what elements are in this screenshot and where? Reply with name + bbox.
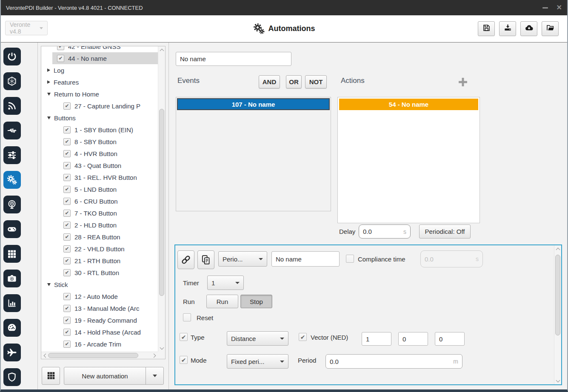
expand-arrow-icon[interactable] xyxy=(47,80,50,84)
new-automation-dropdown-button[interactable] xyxy=(146,367,164,385)
vector-ned-input-1[interactable] xyxy=(398,332,428,346)
tree-item[interactable]: ✔5 - LND Button xyxy=(41,183,158,195)
action-name-input[interactable] xyxy=(271,251,340,267)
stop-button[interactable]: Stop xyxy=(240,295,272,308)
checkbox[interactable]: ✔ xyxy=(63,210,71,217)
collapse-arrow-icon[interactable] xyxy=(47,116,51,119)
sidebar-item-power[interactable] xyxy=(3,48,21,65)
minimize-icon[interactable] xyxy=(542,7,548,9)
checkbox[interactable]: ✔ xyxy=(57,46,64,50)
checkbox[interactable]: ✔ xyxy=(63,162,71,169)
tree-item[interactable]: ✔21 - RTH Button xyxy=(41,255,158,267)
tree-item[interactable]: ✔7 - TKO Button xyxy=(41,207,158,219)
tree-item[interactable]: ✔42 - Enable GNSS xyxy=(41,46,158,52)
automation-name-input[interactable] xyxy=(176,52,291,66)
cloud-download-button[interactable] xyxy=(520,21,537,36)
sidebar-item-sliders[interactable] xyxy=(3,146,21,164)
save-button[interactable] xyxy=(478,21,495,36)
scrollbar-thumb[interactable] xyxy=(48,353,138,358)
run-button[interactable]: Run xyxy=(206,295,238,308)
sidebar-item-signal[interactable] xyxy=(3,97,21,115)
tree-item[interactable]: ✔44 - No name xyxy=(41,52,158,64)
scrollbar-thumb[interactable] xyxy=(159,109,164,296)
scroll-right-button[interactable] xyxy=(151,352,158,359)
checkbox[interactable]: ✔ xyxy=(63,174,71,181)
sidebar-item-usb[interactable] xyxy=(3,122,21,139)
periodical-toggle-button[interactable]: Periodical: Off xyxy=(419,224,471,239)
sidebar-item-gauge[interactable] xyxy=(3,319,21,337)
import-button[interactable] xyxy=(499,21,516,36)
vector-ned-input-0[interactable] xyxy=(362,332,391,346)
tree-group-return-to-home[interactable]: Return to Home xyxy=(41,88,158,100)
sidebar-item-chart[interactable] xyxy=(3,294,21,312)
automation-grid-view-button[interactable] xyxy=(42,367,60,385)
tree-group-buttons[interactable]: Buttons xyxy=(41,112,158,124)
checkbox[interactable]: ✔ xyxy=(63,317,71,324)
mode-checkbox[interactable]: ✔ xyxy=(180,356,188,364)
tree-item[interactable]: ✔31 - REL. HVR Button xyxy=(41,171,158,183)
tree-group-log[interactable]: Log xyxy=(41,64,158,76)
tree-item[interactable]: ✔2 - HLD Button xyxy=(41,219,158,231)
timer-dropdown[interactable]: 1 xyxy=(207,276,244,290)
tree-item[interactable]: ✔28 - REA Button xyxy=(41,231,158,243)
type-dropdown[interactable]: Distance xyxy=(227,331,288,346)
expand-arrow-icon[interactable] xyxy=(47,68,50,72)
checkbox[interactable]: ✔ xyxy=(63,222,71,229)
collapse-arrow-icon[interactable] xyxy=(47,93,51,96)
delay-value-input[interactable] xyxy=(363,228,402,235)
tree-item[interactable]: ✔12 - Auto Mode xyxy=(41,290,158,302)
close-icon[interactable]: ✕ xyxy=(557,4,562,11)
sidebar-item-shield[interactable] xyxy=(3,368,21,386)
vertical-scrollbar[interactable] xyxy=(158,46,165,352)
checkbox[interactable]: ✔ xyxy=(63,186,71,193)
tree-group-stick[interactable]: Stick xyxy=(41,278,158,290)
checkbox[interactable]: ✔ xyxy=(63,293,71,300)
tree-item[interactable]: ✔14 - Hold Phase (Arcad xyxy=(41,326,158,338)
sidebar-item-plane[interactable] xyxy=(3,344,21,361)
checkbox[interactable]: ✔ xyxy=(63,257,71,264)
new-automation-button[interactable]: New automation xyxy=(64,367,146,385)
checkbox[interactable]: ✔ xyxy=(63,233,71,241)
tree-item[interactable]: ✔16 - Arcade Trim xyxy=(41,338,158,350)
editor-scrollbar[interactable] xyxy=(554,245,561,384)
vector-ned-input-2[interactable] xyxy=(435,332,465,346)
add-action-button[interactable] xyxy=(457,76,469,88)
sidebar-item-podcast[interactable] xyxy=(3,196,21,213)
tree-group-features[interactable]: Features xyxy=(41,76,158,88)
event-item[interactable]: 107 - No name xyxy=(177,98,330,110)
and-operator-button[interactable]: AND xyxy=(259,75,280,88)
checkbox[interactable]: ✔ xyxy=(63,150,71,157)
scroll-up-button[interactable] xyxy=(158,46,166,54)
checkbox[interactable]: ✔ xyxy=(63,329,71,336)
horizontal-scrollbar[interactable] xyxy=(41,352,158,359)
compliance-time-value-input[interactable] xyxy=(425,256,474,263)
tree-item[interactable]: ✔6 - CRU Button xyxy=(41,195,158,207)
tree-item[interactable]: ✔22 - VHLD Button xyxy=(41,243,158,255)
checkbox[interactable]: ✔ xyxy=(63,341,71,348)
type-checkbox[interactable]: ✔ xyxy=(180,333,188,341)
action-item[interactable]: 54 - No name xyxy=(339,99,478,110)
sidebar-item-network[interactable] xyxy=(3,72,21,90)
sidebar-item-gamepad[interactable] xyxy=(3,220,21,238)
checkbox[interactable]: ✔ xyxy=(63,102,71,110)
vector-ned-checkbox[interactable]: ✔ xyxy=(299,333,307,341)
mode-dropdown[interactable]: Fixed peri... xyxy=(227,354,288,369)
sidebar-item-camera[interactable] xyxy=(3,270,21,287)
tree-item[interactable]: ✔43 - Quat Button xyxy=(41,159,158,171)
sidebar-item-grid[interactable] xyxy=(3,245,21,263)
tree-item[interactable]: ✔27 - Capture Landing P xyxy=(41,100,158,112)
checkbox[interactable]: ✔ xyxy=(63,138,71,145)
scrollbar-thumb[interactable] xyxy=(555,255,560,335)
reset-checkbox[interactable] xyxy=(183,313,191,321)
scroll-down-button[interactable] xyxy=(554,377,562,384)
checkbox[interactable]: ✔ xyxy=(63,245,71,253)
checkbox[interactable]: ✔ xyxy=(63,269,71,276)
scroll-up-button[interactable] xyxy=(554,245,562,253)
copy-action-button[interactable] xyxy=(197,250,214,269)
tree-item[interactable]: ✔13 - Manual Mode (Arc xyxy=(41,302,158,314)
checkbox[interactable]: ✔ xyxy=(57,55,64,62)
tree-item[interactable]: ✔19 - Ready Command xyxy=(41,314,158,326)
not-operator-button[interactable]: NOT xyxy=(305,75,327,88)
checkbox[interactable]: ✔ xyxy=(63,198,71,205)
sidebar-item-automations-gears[interactable] xyxy=(3,171,21,189)
